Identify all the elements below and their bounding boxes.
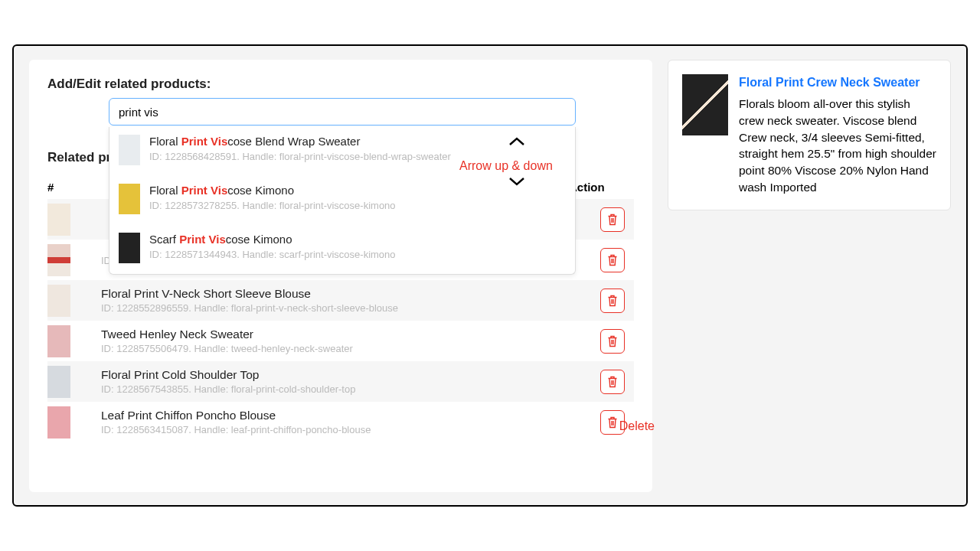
delete-button[interactable]	[600, 289, 625, 313]
product-preview-copy: Floral Print Crew Neck Sweater Florals b…	[739, 74, 936, 196]
chevron-up-icon	[508, 136, 526, 150]
annotation-arrow-text: Arrow up & down	[459, 159, 553, 173]
app-frame: Add/Edit related products: Floral Print …	[12, 44, 968, 507]
delete-button[interactable]	[600, 370, 625, 394]
dropdown-text: Floral Print Viscose Kimono ID: 12285732…	[149, 184, 396, 212]
table-row: Floral Print Cold Shoulder Top ID: 12285…	[47, 361, 634, 402]
product-thumb	[119, 184, 140, 214]
table-row: Tweed Henley Neck Sweater ID: 1228575506…	[47, 321, 634, 361]
row-body: Leaf Print Chiffon Poncho Blouse ID: 122…	[101, 409, 600, 435]
trash-icon	[607, 376, 618, 388]
delete-button[interactable]	[600, 248, 625, 272]
table-row: Floral Print V-Neck Short Sleeve Blouse …	[47, 280, 634, 321]
product-thumb	[47, 244, 70, 276]
product-thumb	[119, 135, 140, 165]
column-header-number: #	[47, 181, 54, 194]
product-search-input[interactable]	[109, 98, 576, 126]
product-preview-title[interactable]: Floral Print Crew Neck Sweater	[739, 74, 936, 91]
table-row: Leaf Print Chiffon Poncho Blouse ID: 122…	[47, 402, 634, 442]
delete-button[interactable]	[600, 207, 625, 232]
row-body: Floral Print Cold Shoulder Top ID: 12285…	[101, 368, 600, 395]
row-body: Tweed Henley Neck Sweater ID: 1228575506…	[101, 328, 600, 354]
product-preview-panel: Floral Print Crew Neck Sweater Florals b…	[668, 60, 951, 210]
panel-heading: Add/Edit related products:	[47, 77, 634, 92]
annotation-delete-text: Delete	[619, 419, 655, 433]
trash-icon	[607, 416, 618, 429]
product-thumb	[47, 366, 70, 398]
delete-button[interactable]	[600, 329, 625, 354]
trash-icon	[607, 254, 618, 266]
trash-icon	[607, 295, 618, 307]
related-products-panel: Add/Edit related products: Floral Print …	[29, 60, 652, 492]
chevron-down-icon	[508, 176, 526, 190]
product-thumb	[47, 325, 70, 357]
product-thumb	[119, 233, 140, 263]
dropdown-text: Floral Print Viscose Blend Wrap Sweater …	[149, 135, 451, 163]
product-thumb	[47, 406, 70, 439]
dropdown-text: Scarf Print Viscose Kimono ID: 122857134…	[149, 233, 396, 261]
product-preview-image	[682, 74, 728, 135]
trash-icon	[607, 335, 618, 347]
product-thumb	[47, 204, 70, 236]
product-thumb	[47, 285, 70, 317]
search-dropdown: Floral Print Viscose Blend Wrap Sweater …	[109, 127, 576, 275]
trash-icon	[607, 214, 618, 226]
row-body: Floral Print V-Neck Short Sleeve Blouse …	[101, 287, 600, 314]
dropdown-item[interactable]: Scarf Print Viscose Kimono ID: 122857134…	[109, 225, 575, 274]
product-preview-description: Florals bloom all-over this stylish crew…	[739, 96, 936, 195]
dropdown-item[interactable]: Floral Print Viscose Kimono ID: 12285732…	[109, 176, 575, 225]
search-wrap: Floral Print Viscose Blend Wrap Sweater …	[109, 98, 576, 126]
